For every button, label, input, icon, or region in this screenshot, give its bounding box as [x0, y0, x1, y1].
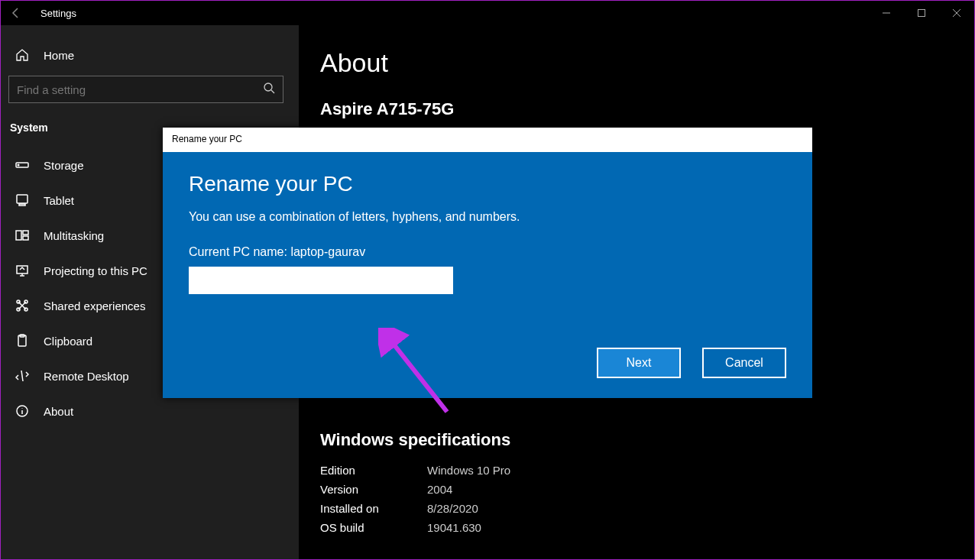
minimize-button[interactable] [869, 1, 904, 25]
rename-pc-dialog: Rename your PC Rename your PC You can us… [163, 128, 812, 398]
spec-value: 8/28/2020 [427, 502, 478, 515]
multitasking-icon [13, 228, 31, 242]
sidebar-item-label: Tablet [44, 194, 74, 207]
svg-rect-8 [23, 236, 28, 240]
home-nav[interactable]: Home [1, 40, 299, 70]
projecting-icon [13, 264, 31, 277]
sidebar-item-label: Remote Desktop [44, 370, 129, 383]
spec-key: OS build [320, 521, 427, 534]
search-input[interactable] [17, 83, 263, 96]
svg-rect-7 [23, 231, 28, 235]
spec-row: OS build 19041.630 [320, 518, 953, 537]
dialog-titlebar: Rename your PC [163, 128, 812, 152]
sidebar-item-about[interactable]: About [1, 393, 299, 429]
cancel-button-label: Cancel [725, 356, 763, 370]
pc-name-input-wrap[interactable] [189, 267, 453, 294]
spec-value: Windows 10 Pro [427, 464, 510, 477]
svg-rect-4 [17, 195, 28, 203]
window-titlebar: Settings [1, 1, 974, 25]
remote-icon [13, 369, 31, 383]
pc-name-input[interactable] [190, 268, 452, 293]
close-button[interactable] [939, 1, 974, 25]
dialog-description: You can use a combination of letters, hy… [189, 210, 786, 224]
svg-rect-6 [16, 231, 21, 240]
dialog-current-name: Current PC name: laptop-gaurav [189, 245, 786, 259]
spec-row: Installed on 8/28/2020 [320, 499, 953, 518]
maximize-button[interactable] [904, 1, 939, 25]
svg-point-1 [264, 83, 272, 91]
spec-key: Installed on [320, 502, 427, 515]
next-button[interactable]: Next [597, 348, 681, 378]
about-icon [13, 404, 31, 418]
spec-key: Version [320, 483, 427, 496]
spec-row: Edition Windows 10 Pro [320, 461, 953, 480]
shared-icon [13, 299, 31, 312]
page-title: About [320, 48, 953, 78]
sidebar-item-label: Storage [44, 159, 84, 172]
svg-rect-5 [19, 204, 25, 206]
windows-specs-heading: Windows specifications [320, 430, 953, 450]
back-button[interactable] [1, 1, 31, 25]
home-label: Home [44, 49, 74, 62]
svg-point-3 [18, 164, 19, 166]
spec-value: 19041.630 [427, 521, 481, 534]
spec-row: Version 2004 [320, 480, 953, 499]
device-model: Aspire A715-75G [320, 99, 953, 119]
spec-value: 2004 [427, 483, 452, 496]
home-icon [13, 48, 31, 62]
sidebar-item-label: Shared experiences [44, 299, 145, 312]
tablet-icon [13, 193, 31, 207]
search-box[interactable] [8, 76, 283, 103]
spec-key: Edition [320, 464, 427, 477]
storage-icon [13, 158, 31, 172]
dialog-heading: Rename your PC [189, 172, 786, 196]
sidebar-item-label: Clipboard [44, 335, 92, 348]
cancel-button[interactable]: Cancel [702, 348, 786, 378]
sidebar-item-label: Multitasking [44, 229, 104, 242]
next-button-label: Next [627, 356, 652, 370]
svg-rect-0 [918, 10, 925, 17]
clipboard-icon [13, 334, 31, 348]
search-icon [263, 82, 275, 97]
window-title: Settings [31, 8, 76, 19]
sidebar-item-label: Projecting to this PC [44, 264, 147, 277]
sidebar-item-label: About [44, 405, 73, 418]
